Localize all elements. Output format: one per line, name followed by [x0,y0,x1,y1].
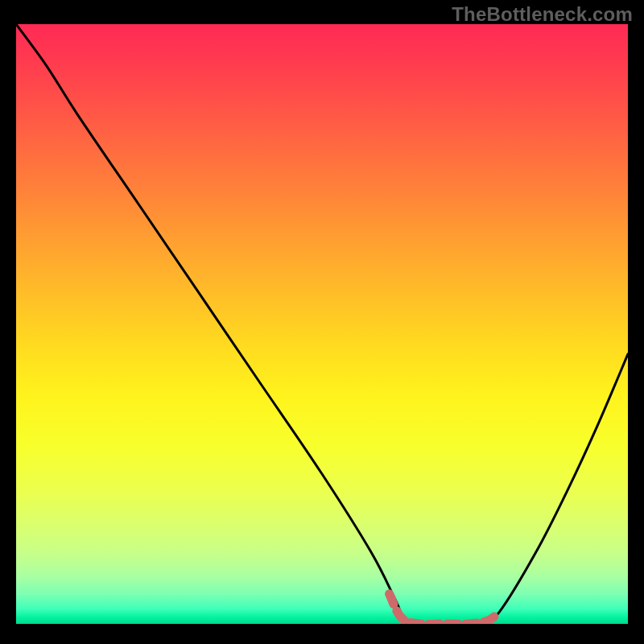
valley-highlight [390,594,497,624]
watermark-text: TheBottleneck.com [452,3,633,26]
bottleneck-curve [16,24,628,624]
chart-frame: TheBottleneck.com [0,0,644,644]
plot-area [16,24,628,624]
chart-svg [16,24,628,624]
